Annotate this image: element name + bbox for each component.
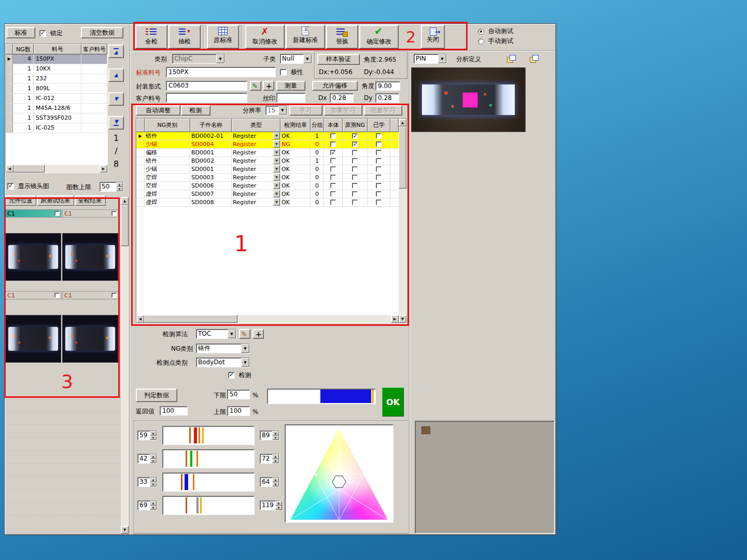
hist-min-spinner[interactable]: 33▲▼ <box>137 477 157 487</box>
chevron-down-icon[interactable]: ▼ <box>278 106 287 114</box>
close-button[interactable]: 关闭 <box>421 25 445 49</box>
spinner-down-icon[interactable]: ▼ <box>116 187 123 192</box>
toolbar-button[interactable]: 抽检 <box>168 25 201 49</box>
toolbar-button[interactable]: 原标准 <box>207 25 239 49</box>
auto-adjust-button[interactable]: 自动调整 <box>136 105 180 116</box>
part-list-hscrollbar[interactable]: ◀ ▶ <box>6 165 107 173</box>
standard-part-input[interactable]: 150PX <box>166 67 276 77</box>
chevron-down-icon[interactable]: ▼ <box>438 54 446 63</box>
chevron-down-icon[interactable]: ▼ <box>228 329 236 338</box>
orig-ng-checkbox[interactable] <box>352 191 358 197</box>
learned-checkbox[interactable] <box>376 183 382 189</box>
customer-part-input[interactable] <box>166 93 247 103</box>
orig-ng-checkbox[interactable] <box>352 166 358 172</box>
lock-checkbox[interactable] <box>39 30 46 37</box>
dropdown-arrow-icon[interactable]: ▼ <box>273 157 280 164</box>
sample-verify-button[interactable]: 样本验证 <box>317 54 360 65</box>
add-package-button[interactable] <box>263 81 274 91</box>
spinner-up-icon[interactable]: ▲ <box>272 454 279 459</box>
algo-combo[interactable]: TOC ▼ <box>196 329 236 339</box>
layers-icon[interactable] <box>507 55 515 62</box>
scroll-down-button[interactable]: ▼ <box>108 92 124 106</box>
spinner-arrows[interactable]: ▲▼ <box>150 501 157 510</box>
body-checkbox[interactable] <box>330 175 336 180</box>
thumb-checkbox[interactable] <box>111 293 117 298</box>
scroll-track[interactable] <box>399 126 406 315</box>
scroll-left-icon[interactable]: ◀ <box>6 165 13 173</box>
hist-max-spinner[interactable]: 72▲▼ <box>260 454 279 464</box>
component-thumb[interactable]: C1 <box>5 209 62 287</box>
inspection-table[interactable]: NG类别子件名称类型检测结果分组本体原测NG已学 ▶错件BD0002-01Reg… <box>136 118 407 323</box>
image-tab[interactable]: 原测试结果 <box>37 195 74 206</box>
return-value-box[interactable]: 100 <box>160 406 188 415</box>
resolution-combo[interactable]: 15 ▼ <box>265 106 287 115</box>
learn-heavy-button[interactable]: 加重学习 <box>324 105 362 116</box>
manual-test-radio[interactable] <box>478 38 484 45</box>
chevron-down-icon[interactable]: ▼ <box>216 54 224 63</box>
orig-ng-checkbox[interactable] <box>352 199 358 205</box>
spinner-down-icon[interactable]: ▼ <box>272 436 279 440</box>
dropdown-arrow-icon[interactable]: ▼ <box>273 182 280 189</box>
layers-copy-icon[interactable] <box>530 55 538 62</box>
polarity-checkbox[interactable] <box>280 69 287 76</box>
scroll-up-button[interactable]: ▲ <box>108 68 124 82</box>
thumb-checkbox[interactable] <box>54 211 60 216</box>
toolbar-button[interactable]: 确定修改 <box>359 25 399 49</box>
learn-button[interactable]: 学习 <box>289 105 322 116</box>
measure-button[interactable]: 测量 <box>276 81 305 91</box>
component-thumb[interactable]: C1 <box>62 209 119 287</box>
left-panel-scrollbar[interactable]: ▲ ▼ <box>121 197 129 534</box>
show-camera-row[interactable]: 显示镜头图 <box>7 182 49 190</box>
learned-checkbox[interactable] <box>376 150 382 155</box>
part-list-row[interactable]: 1SST39SF020 <box>6 113 107 123</box>
inspection-row[interactable]: 虚焊SD0007Register▼OK0 <box>136 190 399 198</box>
learned-checkbox[interactable] <box>376 141 382 147</box>
inspection-row[interactable]: 空焊SD0006Register▼OK0 <box>136 182 399 190</box>
polarity-row[interactable]: 极性 <box>280 68 303 76</box>
spinner-arrows[interactable]: ▲▼ <box>150 431 157 440</box>
pin-combo[interactable]: PIN ▼ <box>414 54 447 64</box>
learned-checkbox[interactable] <box>376 199 382 205</box>
scroll-up-icon[interactable]: ▲ <box>399 119 406 126</box>
spinner-arrows[interactable]: ▲▼ <box>272 431 279 440</box>
learned-checkbox[interactable] <box>376 158 382 164</box>
lower-limit-input[interactable]: 50 <box>227 390 250 399</box>
orig-ng-checkbox[interactable] <box>352 183 358 189</box>
orig-ng-checkbox[interactable] <box>352 133 358 139</box>
chevron-down-icon[interactable]: ▼ <box>241 344 249 353</box>
spinner-down-icon[interactable]: ▼ <box>275 506 282 510</box>
dropdown-arrow-icon[interactable]: ▼ <box>273 190 280 197</box>
dropdown-arrow-icon[interactable]: ▼ <box>273 140 280 148</box>
threshold-bar[interactable] <box>267 389 376 404</box>
scroll-down-icon[interactable]: ▼ <box>399 315 406 323</box>
clear-data-button[interactable]: 清空数据 <box>81 27 123 38</box>
learned-checkbox[interactable] <box>376 166 382 172</box>
hist-max-spinner[interactable]: 119▲▼ <box>260 500 279 510</box>
body-checkbox[interactable] <box>330 166 336 172</box>
spinner-up-icon[interactable]: ▲ <box>150 454 157 459</box>
spinner-arrows[interactable]: ▲▼ <box>150 478 157 486</box>
subclass-combo[interactable]: Null ▼ <box>280 54 312 64</box>
part-list-row[interactable]: 1IC-025 <box>6 123 107 133</box>
scroll-thumb[interactable] <box>144 315 237 323</box>
dropdown-arrow-icon[interactable]: ▼ <box>273 149 280 156</box>
scroll-track[interactable] <box>13 165 100 173</box>
hist-min-spinner[interactable]: 69▲▼ <box>137 500 157 510</box>
orig-ng-checkbox[interactable] <box>352 158 358 164</box>
ok-button[interactable]: OK <box>382 387 404 417</box>
scroll-down-icon[interactable]: ▼ <box>121 526 129 534</box>
scroll-to-top-button[interactable]: ▲ <box>108 45 124 58</box>
body-checkbox[interactable] <box>330 150 336 155</box>
standard-tab-button[interactable]: 标准 <box>6 27 35 38</box>
body-checkbox[interactable] <box>330 199 336 205</box>
show-camera-checkbox[interactable] <box>7 183 14 190</box>
dropdown-arrow-icon[interactable]: ▼ <box>273 174 280 181</box>
auto-test-radio[interactable] <box>478 28 484 35</box>
detect-button[interactable]: 检测 <box>181 105 210 116</box>
spinner-down-icon[interactable]: ▼ <box>150 436 157 440</box>
spinner-arrows[interactable]: ▲▼ <box>275 501 282 510</box>
thumb-checkbox[interactable] <box>111 211 117 216</box>
spinner-down-icon[interactable]: ▼ <box>150 482 157 487</box>
spinner-down-icon[interactable]: ▼ <box>272 482 279 487</box>
scroll-right-icon[interactable]: ▶ <box>100 165 107 173</box>
